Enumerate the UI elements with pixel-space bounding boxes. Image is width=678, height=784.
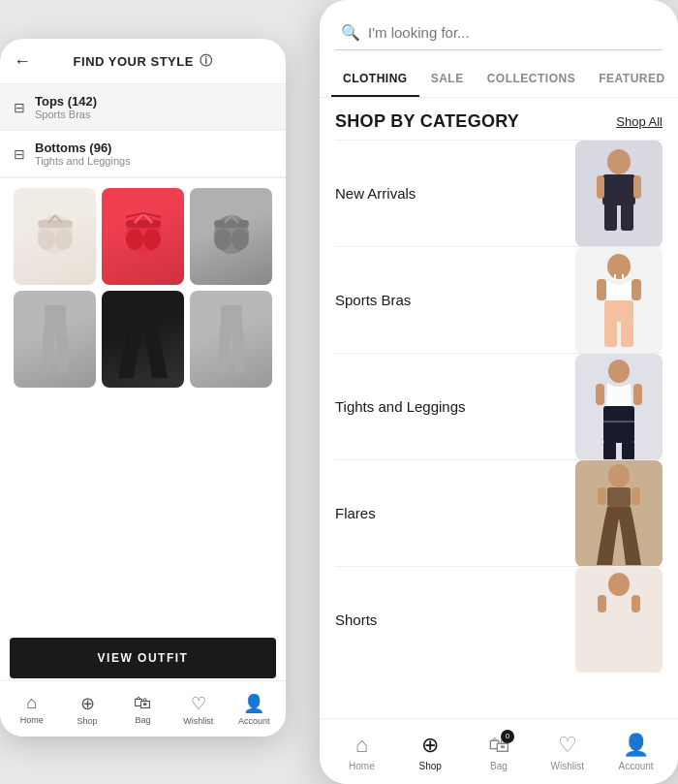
svg-rect-46: [633, 384, 642, 405]
svg-point-5: [55, 229, 73, 250]
product-bra-3[interactable]: [190, 188, 272, 285]
nav-bag-label-right: Bag: [490, 761, 508, 771]
legging-svg-1: [31, 300, 79, 378]
bra-svg-1: [31, 205, 79, 268]
svg-rect-32: [614, 274, 616, 280]
shop-icon-left: ⊕: [80, 693, 95, 714]
category-label-new-arrivals: New Arrivals: [335, 185, 575, 202]
filter-sub-bottoms: Tights and Leggings: [35, 155, 131, 167]
nav-wishlist-label-left: Wishlist: [183, 716, 213, 726]
product-legging-1[interactable]: [14, 291, 96, 388]
right-phone: 🔍 CLOTHING SALE COLLECTIONS FEATURED SHO…: [320, 0, 678, 784]
nav-bag-label-left: Bag: [135, 715, 150, 725]
new-arrivals-person-svg: [575, 141, 663, 247]
category-image-new-arrivals: [575, 141, 663, 247]
nav-wishlist-label-right: Wishlist: [551, 761, 584, 771]
back-button[interactable]: ←: [14, 51, 31, 72]
legging-svg-2: [116, 296, 170, 383]
filter-text-bottoms: Bottoms (96) Tights and Leggings: [35, 141, 131, 167]
nav-account-right[interactable]: 👤 Account: [609, 733, 663, 771]
svg-rect-49: [607, 487, 631, 507]
home-icon-left: ⌂: [26, 693, 37, 713]
category-row-sports-bras[interactable]: Sports Bras: [335, 246, 663, 353]
filter-main-bottoms: Bottoms (96): [35, 141, 131, 155]
svg-rect-33: [622, 274, 624, 280]
category-label-flares: Flares: [335, 505, 575, 521]
svg-rect-50: [598, 487, 606, 505]
svg-rect-28: [597, 175, 604, 199]
filter-text-tops: Tops (142) Sports Bras: [35, 94, 97, 120]
filter-item-bottoms[interactable]: ⊟ Bottoms (96) Tights and Leggings: [0, 131, 286, 177]
bag-badge: 🛍 0: [488, 733, 509, 758]
category-image-shorts: [575, 567, 663, 674]
nav-wishlist-left[interactable]: ♡ Wishlist: [174, 693, 223, 726]
svg-rect-7: [126, 220, 161, 228]
svg-rect-29: [633, 175, 641, 199]
svg-rect-45: [596, 384, 604, 405]
nav-account-label-left: Account: [238, 716, 270, 726]
nav-bag-left[interactable]: 🛍 Bag: [118, 693, 167, 725]
category-image-flares: [575, 460, 663, 567]
home-icon-right: ⌂: [355, 733, 368, 758]
svg-rect-1: [38, 220, 73, 228]
svg-rect-26: [604, 204, 617, 231]
view-outfit-button[interactable]: VIEW OUTFIT: [10, 638, 276, 678]
bra-svg-2: [119, 205, 168, 268]
bottom-nav-right: ⌂ Home ⊕ Shop 🛍 0 Bag ♡ Wishlist 👤 Accou…: [320, 718, 678, 784]
category-list: New Arrivals Sports Bras: [320, 140, 678, 730]
svg-point-4: [38, 229, 55, 250]
product-bra-2[interactable]: [102, 188, 184, 285]
svg-rect-15: [214, 220, 249, 228]
tab-featured[interactable]: FEATURED: [587, 62, 676, 97]
left-header: ← FIND YOUR STYLE ⓘ: [0, 39, 286, 84]
category-row-leggings[interactable]: Tights and Leggings: [335, 353, 663, 459]
product-bra-1[interactable]: [14, 188, 96, 285]
product-legging-3[interactable]: [190, 291, 272, 388]
svg-point-40: [608, 360, 630, 383]
category-image-leggings: [575, 354, 663, 460]
svg-rect-54: [598, 595, 606, 612]
nav-home-label-left: Home: [20, 715, 44, 725]
nav-bag-right[interactable]: 🛍 0 Bag: [472, 733, 526, 771]
shop-icon-right: ⊕: [421, 733, 439, 758]
product-legging-2[interactable]: [102, 291, 184, 388]
bra-svg-3: [207, 205, 256, 268]
category-row-new-arrivals[interactable]: New Arrivals: [335, 140, 663, 246]
category-image-sports-bras: [575, 247, 663, 354]
tab-collections[interactable]: COLLECTIONS: [476, 62, 588, 97]
nav-home-label-right: Home: [349, 761, 375, 771]
shop-by-title: SHOP BY CATEGORY: [335, 111, 519, 132]
shorts-person-svg: [575, 567, 663, 674]
svg-rect-35: [604, 320, 617, 347]
nav-account-left[interactable]: 👤 Account: [230, 693, 278, 726]
page-title: FIND YOUR STYLE: [74, 54, 194, 69]
bras-row: [8, 188, 278, 285]
info-icon[interactable]: ⓘ: [200, 52, 213, 70]
search-input[interactable]: [368, 24, 657, 41]
svg-point-12: [126, 229, 143, 250]
nav-wishlist-right[interactable]: ♡ Wishlist: [540, 733, 595, 771]
filter-sub-tops: Sports Bras: [35, 109, 97, 120]
shop-all-link[interactable]: Shop All: [616, 114, 663, 129]
svg-rect-36: [621, 320, 633, 347]
nav-shop-right[interactable]: ⊕ Shop: [403, 733, 457, 771]
filter-main-tops: Tops (142): [35, 94, 97, 109]
svg-point-31: [607, 254, 631, 279]
tab-sale[interactable]: SALE: [419, 62, 476, 97]
bottom-nav-left: ⌂ Home ⊕ Shop 🛍 Bag ♡ Wishlist 👤 Account: [0, 680, 286, 737]
nav-shop-left[interactable]: ⊕ Shop: [63, 693, 111, 726]
category-row-shorts[interactable]: Shorts: [335, 566, 663, 673]
nav-home-right[interactable]: ⌂ Home: [334, 733, 388, 771]
flares-person-svg: [575, 460, 663, 567]
svg-point-18: [214, 229, 231, 250]
svg-rect-21: [132, 298, 154, 319]
nav-shop-label-left: Shop: [77, 716, 98, 726]
tab-clothing[interactable]: CLOTHING: [331, 62, 419, 97]
filter-list: ⊟ Tops (142) Sports Bras ⊟ Bottoms (96) …: [0, 84, 286, 178]
nav-home-left[interactable]: ⌂ Home: [8, 693, 56, 725]
filter-icon-tops: ⊟: [14, 100, 25, 115]
category-row-flares[interactable]: Flares: [335, 459, 663, 566]
filter-item-tops[interactable]: ⊟ Tops (142) Sports Bras: [0, 84, 286, 131]
svg-rect-41: [603, 406, 634, 443]
svg-rect-44: [622, 441, 634, 460]
